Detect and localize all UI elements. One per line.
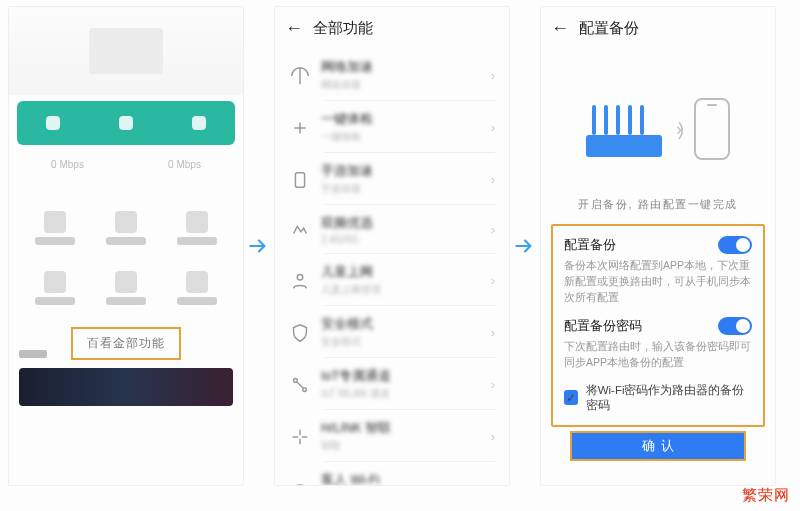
wifi-password-checkbox-row[interactable]: ✓ 将Wi-Fi密码作为路由器的备份密码 (564, 383, 752, 413)
list-item[interactable]: 手游加速手游加速› (275, 153, 509, 205)
backup-toggle-desc: 备份本次网络配置到APP本地，下次重新配置或更换路由时，可从手机同步本次所有配置 (564, 258, 752, 305)
chevron-right-icon: › (491, 69, 495, 83)
list-item[interactable]: 一键体检一键体检› (275, 101, 509, 153)
action-stripe[interactable] (17, 101, 235, 145)
list-item[interactable]: IoT专属通道IoT WLAN 通道› (275, 358, 509, 410)
backup-caption: 开启备份, 路由配置一键完成 (541, 197, 775, 212)
metric-down: 0 Mbps (126, 151, 243, 197)
backup-toggle-title: 配置备份 (564, 237, 616, 254)
view-all-features-link[interactable]: 百看金部功能 (71, 327, 181, 360)
backup-illustration: ›) (541, 69, 775, 189)
grid-cell[interactable] (92, 263, 159, 313)
page-title: 配置备份 (579, 19, 639, 38)
feature-icon (289, 219, 311, 241)
panel-config-backup: ← 配置备份 ›) 开启备份, 路由配置一键完成 配置备份 备份本次网络配置到A… (540, 6, 776, 486)
backup-toggle[interactable] (718, 236, 752, 254)
wifi-password-label: 将Wi-Fi密码作为路由器的备份密码 (586, 383, 752, 413)
checkbox-checked-icon: ✓ (564, 390, 578, 405)
step-arrow-icon (244, 6, 274, 486)
speed-metrics: 0 Mbps 0 Mbps (9, 151, 243, 197)
panel-all-features: ← 全部功能 网络加速网络加速› 一键体检一键体检› 手游加速手游加速› 双频优… (274, 6, 510, 486)
grid-cell[interactable] (164, 203, 231, 253)
backup-options-card: 配置备份 备份本次网络配置到APP本地，下次重新配置或更换路由时，可从手机同步本… (551, 224, 765, 427)
feature-icon (289, 169, 311, 191)
list-item[interactable]: 儿童上网儿童上网管理› (275, 254, 509, 306)
feature-icon (289, 374, 311, 396)
feature-icon (289, 270, 311, 292)
svg-point-2 (294, 378, 298, 382)
grid-cell[interactable] (21, 263, 88, 313)
metric-up: 0 Mbps (9, 151, 126, 197)
list-item[interactable]: 双频优选2.4G/5G› (275, 205, 509, 254)
panel-home: 0 Mbps 0 Mbps 百看金部功能 (8, 6, 244, 486)
svg-point-3 (303, 387, 307, 391)
feature-grid (9, 197, 243, 323)
signal-icon: ›) (676, 119, 680, 140)
grid-cell[interactable] (92, 203, 159, 253)
feature-icon (289, 426, 311, 448)
header: ← 配置备份 (541, 7, 775, 49)
backup-password-desc: 下次配置路由时，输入该备份密码即可同步APP本地备份的配置 (564, 339, 752, 371)
backup-password-title: 配置备份密码 (564, 318, 642, 335)
header: ← 全部功能 (275, 7, 509, 49)
svg-point-1 (297, 274, 303, 280)
router-icon (586, 101, 662, 157)
grid-cell[interactable] (21, 203, 88, 253)
back-icon[interactable]: ← (285, 18, 303, 39)
svg-rect-0 (295, 172, 304, 187)
list-item[interactable]: 网络加速网络加速› (275, 49, 509, 101)
feature-list: 网络加速网络加速› 一键体检一键体检› 手游加速手游加速› 双频优选2.4G/5… (275, 49, 509, 485)
promo-banner[interactable] (19, 368, 233, 406)
list-item[interactable]: H/LINK 智联智联› (275, 410, 509, 462)
hero-area (9, 7, 243, 95)
step-arrow-icon (510, 6, 540, 486)
back-icon[interactable]: ← (551, 18, 569, 39)
phone-icon (694, 98, 730, 160)
tutorial-steps: 0 Mbps 0 Mbps 百看金部功能 ← 全部功能 网络加速网络加速› 一键… (0, 0, 800, 486)
section-label (19, 350, 47, 358)
list-item[interactable]: 客人 Wi-Fi客人 Wi-Fi› (275, 462, 509, 485)
page-title: 全部功能 (313, 19, 373, 38)
list-item[interactable]: 安全模式安全模式› (275, 306, 509, 358)
grid-cell[interactable] (164, 263, 231, 313)
feature-icon (289, 117, 311, 139)
confirm-button[interactable]: 确认 (570, 431, 746, 461)
feature-icon (289, 65, 311, 87)
feature-icon (289, 478, 311, 486)
watermark: 繁荣网 (742, 486, 790, 505)
feature-icon (289, 322, 311, 344)
backup-password-toggle[interactable] (718, 317, 752, 335)
